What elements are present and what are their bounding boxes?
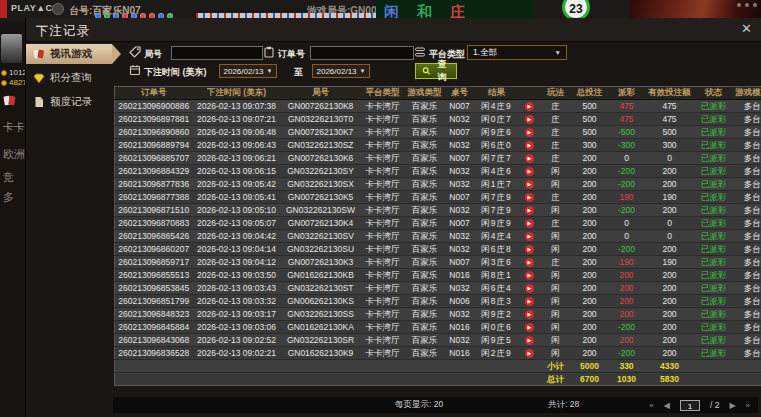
table-row: 2602130968897942026-02-13 09:06:43GN0322…: [115, 139, 761, 152]
sidebar-item-video-games[interactable]: 视讯游戏: [26, 44, 112, 64]
cell-bet: 500: [571, 100, 609, 113]
lobby-tab-kaka[interactable]: 卡卡: [3, 120, 25, 135]
platform-select[interactable]: 1.全部 ▼: [467, 45, 567, 60]
table-row: 2602130968538452026-02-13 09:03:43GN0322…: [115, 282, 761, 295]
round-input[interactable]: [171, 46, 263, 60]
last-page-icon[interactable]: »: [746, 401, 750, 410]
cell-replay[interactable]: ▶: [519, 347, 541, 360]
cell-valid: 200: [645, 334, 695, 347]
search-button[interactable]: 查询: [415, 63, 457, 79]
cell-replay[interactable]: ▶: [519, 230, 541, 243]
cell-replay[interactable]: ▶: [519, 178, 541, 191]
cell-bet: 200: [571, 269, 609, 282]
lobby-tab-multi[interactable]: 多: [3, 190, 25, 205]
replay-icon[interactable]: ▶: [525, 154, 534, 163]
cell-payout: 200: [609, 282, 645, 295]
replay-icon[interactable]: ▶: [525, 128, 534, 137]
table-row: 2602130968654262026-02-13 09:04:42GN0322…: [115, 230, 761, 243]
cell-replay[interactable]: ▶: [519, 282, 541, 295]
cell-round: GN032262130SR: [281, 334, 361, 347]
cell-table: N016: [445, 269, 475, 282]
date-to-picker[interactable]: 2026/02/13 ▼: [312, 64, 370, 78]
cell-replay[interactable]: ▶: [519, 334, 541, 347]
cell-replay[interactable]: ▶: [519, 321, 541, 334]
cell-valid: 200: [645, 308, 695, 321]
cell-replay[interactable]: ▶: [519, 139, 541, 152]
cell-result: 闲9庄9: [475, 217, 519, 230]
empty-cell: [361, 373, 405, 386]
replay-icon[interactable]: ▶: [525, 349, 534, 358]
cell-replay[interactable]: ▶: [519, 152, 541, 165]
cell-replay[interactable]: ▶: [519, 243, 541, 256]
replay-icon[interactable]: ▶: [525, 219, 534, 228]
date-from-picker[interactable]: 2026/02/13 ▼: [219, 64, 277, 78]
replay-icon[interactable]: ▶: [525, 167, 534, 176]
replay-icon[interactable]: ▶: [525, 271, 534, 280]
cell-result: 闲9庄2: [475, 308, 519, 321]
replay-icon[interactable]: ▶: [525, 232, 534, 241]
subtotal-row-payout: 330: [609, 360, 645, 373]
cell-replay[interactable]: ▶: [519, 217, 541, 230]
page-number-input[interactable]: 1: [680, 400, 700, 411]
cell-replay[interactable]: ▶: [519, 269, 541, 282]
empty-cell: [519, 360, 541, 373]
cell-play: 闲: [541, 269, 571, 282]
table-row: 2602130968978812026-02-13 09:07:21GN0322…: [115, 113, 761, 126]
lobby-tab-bidding[interactable]: 竞: [3, 170, 25, 185]
cell-replay[interactable]: ▶: [519, 256, 541, 269]
cell-order: 260213096836528: [115, 347, 193, 360]
subtotal-row-valid: 4330: [645, 360, 695, 373]
replay-icon[interactable]: ▶: [525, 115, 534, 124]
replay-icon[interactable]: ▶: [525, 193, 534, 202]
column-header: 局号: [281, 87, 361, 100]
lobby-tab-europe[interactable]: 欧洲: [3, 147, 25, 162]
cell-table: N007: [445, 100, 475, 113]
cell-replay[interactable]: ▶: [519, 165, 541, 178]
cell-game: 百家乐: [405, 217, 445, 230]
cell-replay[interactable]: ▶: [519, 100, 541, 113]
order-input[interactable]: [310, 46, 414, 60]
replay-icon[interactable]: ▶: [525, 245, 534, 254]
replay-icon[interactable]: ▶: [525, 102, 534, 111]
cell-replay[interactable]: ▶: [519, 295, 541, 308]
cell-result: 闲4庄6: [475, 165, 519, 178]
replay-icon[interactable]: ▶: [525, 206, 534, 215]
cell-status: 已派彩: [695, 126, 733, 139]
cell-replay[interactable]: ▶: [519, 191, 541, 204]
table-row: 2602130968908602026-02-13 09:06:48GN0072…: [115, 126, 761, 139]
cell-table: N032: [445, 113, 475, 126]
first-page-icon[interactable]: «: [649, 401, 653, 410]
cell-replay[interactable]: ▶: [519, 126, 541, 139]
empty-cell: [361, 360, 405, 373]
replay-icon[interactable]: ▶: [525, 141, 534, 150]
cell-order: 260213096871510: [115, 204, 193, 217]
replay-icon[interactable]: ▶: [525, 258, 534, 267]
empty-cell: [405, 373, 445, 386]
replay-icon[interactable]: ▶: [525, 323, 534, 332]
cell-replay[interactable]: ▶: [519, 113, 541, 126]
column-header: 状态: [695, 87, 733, 100]
replay-icon[interactable]: ▶: [525, 284, 534, 293]
sidebar-item-quota-records[interactable]: 额度记录: [26, 92, 112, 112]
cell-mode: 多台: [733, 152, 761, 165]
replay-icon[interactable]: ▶: [525, 297, 534, 306]
close-icon[interactable]: ✕: [741, 21, 752, 36]
replay-icon[interactable]: ▶: [525, 336, 534, 345]
cell-table: N032: [445, 139, 475, 152]
column-header: 游戏类型: [405, 87, 445, 100]
replay-icon[interactable]: ▶: [525, 180, 534, 189]
next-page-icon[interactable]: ▶: [729, 401, 735, 410]
total-row-label: 总计: [541, 373, 571, 386]
cell-round: GN006262130KS: [281, 295, 361, 308]
sidebar-item-points-query[interactable]: 积分查询: [26, 68, 112, 88]
cell-result: 闲1庄7: [475, 178, 519, 191]
cell-order: 260213096859717: [115, 256, 193, 269]
cell-replay[interactable]: ▶: [519, 308, 541, 321]
cell-order: 260213096870883: [115, 217, 193, 230]
cell-replay[interactable]: ▶: [519, 204, 541, 217]
cell-round: GN016262130K9: [281, 347, 361, 360]
prev-page-icon[interactable]: ◀: [664, 401, 670, 410]
replay-icon[interactable]: ▶: [525, 310, 534, 319]
cell-play: 庄: [541, 256, 571, 269]
cell-game: 百家乐: [405, 152, 445, 165]
